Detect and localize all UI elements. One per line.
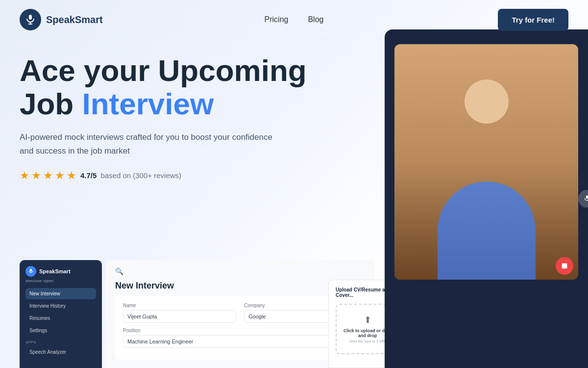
headline-highlight: Interview [82,87,214,121]
form-row-name-company: Name Company [123,303,357,323]
sidebar-logo: SpeakSmart [25,266,96,277]
app-search-header: 🔍 [105,260,375,281]
position-input[interactable] [123,335,357,348]
nav-blog[interactable]: Blog [308,15,323,24]
position-label: Position [123,328,357,333]
side-mic-button[interactable] [578,190,588,208]
star-2: ★ [31,169,41,182]
stars-display: ★ ★ ★ ★ ★ [20,169,76,182]
sidebar-apps-label: APPS [25,340,96,344]
sidebar-brand: SpeakSmart [39,268,71,274]
sidebar-item-resumes[interactable]: Resumes [25,313,96,324]
hero-headline: Ace your Upcoming Job Interview [20,54,314,121]
sidebar-logo-icon [25,266,36,277]
sidebar-item-history[interactable]: Interview History [25,300,96,312]
star-5: ★ [67,169,76,182]
rating-score: 4.7/5 [80,171,97,180]
search-icon[interactable]: 🔍 [115,267,123,275]
sidebar-welcome: Welcome Vijeet! [25,279,96,283]
side-mic-icon [583,195,588,203]
rating-row: ★ ★ ★ ★ ★ 4.7/5 based on (300+ reviews) [20,169,568,182]
svg-rect-3 [30,269,32,272]
nav-pricing[interactable]: Pricing [265,15,289,24]
hero-section: Ace your Upcoming Job Interview AI-power… [0,39,588,182]
sidebar-item-new-interview[interactable]: New Interview [25,288,96,299]
star-3: ★ [43,169,53,182]
stop-icon [561,262,568,270]
navbar: SpeakSmart Pricing Blog Try for Free! [0,0,588,39]
try-for-free-button[interactable]: Try for Free! [498,9,568,31]
logo-text: SpeakSmart [46,14,103,26]
star-4: ★ [55,169,65,182]
interview-form: Name Company Position [115,296,365,360]
sidebar-item-speech[interactable]: Speech Analyzer [25,346,96,358]
headline-plain: Job [20,87,82,121]
form-row-position: Position [123,328,357,348]
mic-icon [24,14,36,26]
nav-links: Pricing Blog [265,15,324,24]
rating-text: based on (300+ reviews) [100,171,181,180]
sidebar-mic-icon [28,268,34,274]
logo-area: SpeakSmart [20,9,103,30]
sidebar-item-settings[interactable]: Settings [25,325,96,336]
hero-subtext: AI-powered mock interviews crafted for y… [20,131,274,157]
star-1: ★ [20,169,29,182]
svg-rect-5 [586,195,588,199]
name-group: Name [123,303,236,323]
person-body [438,182,536,280]
video-record-button[interactable] [556,257,573,275]
position-group: Position [123,328,357,348]
name-label: Name [123,303,236,308]
svg-rect-0 [29,15,32,20]
app-sidebar: SpeakSmart Welcome Vijeet! New Interview… [20,260,102,368]
logo-icon [20,9,41,30]
name-input[interactable] [123,310,236,323]
svg-rect-4 [562,263,567,269]
